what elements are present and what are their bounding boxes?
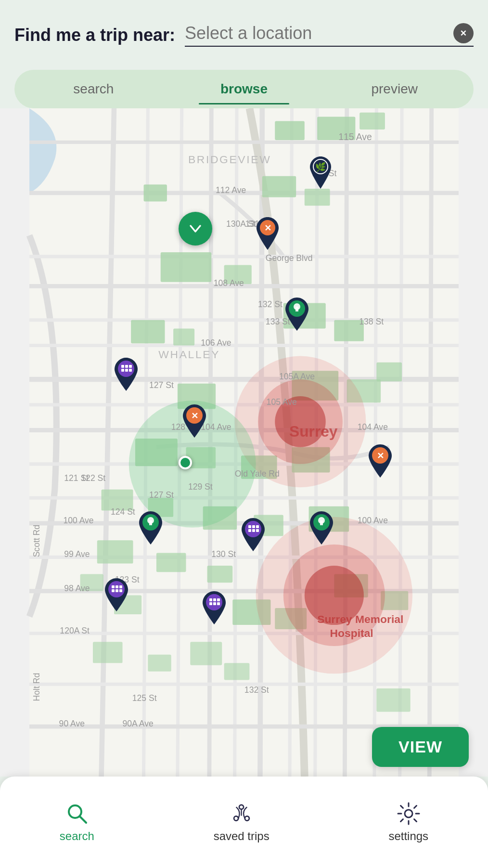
svg-rect-139 — [248, 529, 251, 532]
svg-rect-135 — [149, 520, 152, 525]
nav-item-search[interactable]: search — [45, 794, 109, 850]
svg-line-11 — [400, 108, 402, 777]
svg-text:130 St: 130 St — [211, 549, 236, 559]
svg-text:BRIDGEVIEW: BRIDGEVIEW — [188, 153, 271, 166]
svg-text:99 Ave: 99 Ave — [64, 549, 90, 559]
svg-text:100 Ave: 100 Ave — [63, 516, 93, 525]
svg-text:Surrey: Surrey — [289, 423, 338, 440]
marker-nature-3[interactable] — [137, 509, 165, 548]
svg-rect-154 — [119, 589, 122, 592]
svg-rect-34 — [262, 176, 296, 197]
svg-text:132 St: 132 St — [244, 685, 269, 695]
svg-rect-160 — [217, 598, 220, 601]
location-input-wrapper: × — [185, 23, 474, 47]
saved-trips-icon — [230, 802, 254, 826]
svg-rect-33 — [144, 184, 167, 201]
map-background: 115 Ave 112 Ave 108 Ave 106 Ave 105A Ave… — [0, 108, 488, 777]
svg-text:🌿: 🌿 — [315, 162, 326, 172]
svg-text:104 Ave: 104 Ave — [358, 422, 388, 432]
svg-text:98 Ave: 98 Ave — [64, 583, 90, 593]
svg-text:✕: ✕ — [264, 223, 271, 233]
page-title: Find me a trip near: — [14, 25, 175, 45]
svg-rect-140 — [252, 529, 255, 532]
nav-item-settings[interactable]: settings — [374, 794, 443, 850]
svg-text:WHALLEY: WHALLEY — [158, 348, 220, 361]
marker-food-2[interactable]: ✕ — [180, 402, 208, 441]
marker-venue-4[interactable] — [200, 589, 228, 628]
svg-text:115 Ave: 115 Ave — [338, 131, 372, 142]
svg-point-167 — [405, 810, 412, 817]
map-container[interactable]: 115 Ave 112 Ave 108 Ave 106 Ave 105A Ave… — [0, 108, 488, 777]
marker-food-3[interactable]: ✕ — [366, 442, 394, 481]
svg-text:108 Ave: 108 Ave — [214, 278, 244, 288]
location-input[interactable] — [185, 23, 453, 43]
marker-current-location[interactable] — [179, 456, 192, 469]
nav-label-saved-trips: saved trips — [214, 829, 270, 843]
svg-rect-66 — [190, 642, 222, 665]
svg-text:Surrey Memorial: Surrey Memorial — [317, 613, 403, 625]
clear-button[interactable]: × — [453, 23, 474, 43]
marker-nature-4[interactable] — [308, 509, 335, 548]
marker-venue-2[interactable] — [239, 516, 267, 555]
tab-search[interactable]: search — [18, 74, 169, 104]
svg-rect-150 — [116, 585, 118, 588]
svg-rect-142 — [256, 529, 259, 532]
tab-browse[interactable]: browse — [169, 74, 320, 104]
svg-text:129 St: 129 St — [188, 482, 213, 492]
svg-rect-68 — [376, 688, 410, 712]
svg-text:✕: ✕ — [376, 451, 384, 461]
svg-rect-158 — [209, 602, 212, 605]
marker-venue-1[interactable] — [112, 356, 140, 394]
svg-text:90A Ave: 90A Ave — [123, 719, 154, 728]
svg-line-12 — [429, 108, 431, 777]
svg-rect-30 — [275, 121, 305, 140]
svg-rect-126 — [129, 365, 132, 368]
svg-rect-124 — [121, 369, 124, 372]
svg-rect-137 — [248, 525, 251, 528]
svg-text:127 St: 127 St — [149, 380, 174, 390]
svg-text:100 Ave: 100 Ave — [358, 516, 388, 525]
nav-label-settings: settings — [388, 829, 428, 843]
bottom-navigation: search saved trips settings — [0, 777, 488, 868]
svg-text:105A Ave: 105A Ave — [279, 372, 315, 381]
svg-text:90 Ave: 90 Ave — [59, 719, 85, 728]
marker-nature-2[interactable] — [283, 296, 311, 334]
svg-rect-55 — [97, 540, 133, 563]
svg-line-163 — [80, 816, 86, 823]
svg-rect-123 — [125, 365, 128, 368]
svg-rect-159 — [213, 602, 216, 605]
marker-food-1[interactable]: ✕ — [254, 215, 282, 253]
svg-text:132 St: 132 St — [258, 299, 283, 309]
search-icon — [65, 802, 89, 826]
nav-item-saved-trips[interactable]: saved trips — [199, 794, 284, 850]
svg-rect-45 — [376, 363, 402, 382]
header: Find me a trip near: × — [0, 0, 488, 70]
svg-rect-151 — [112, 589, 115, 592]
svg-text:127 St: 127 St — [149, 490, 174, 500]
svg-rect-56 — [156, 553, 186, 572]
svg-rect-125 — [125, 369, 128, 372]
nav-label-search: search — [60, 829, 94, 843]
svg-rect-122 — [121, 365, 124, 368]
svg-rect-38 — [131, 320, 165, 343]
svg-rect-32 — [360, 113, 385, 130]
svg-text:Hospital: Hospital — [330, 627, 373, 639]
svg-rect-39 — [173, 328, 194, 345]
svg-rect-65 — [148, 655, 171, 672]
svg-rect-161 — [217, 602, 220, 605]
svg-rect-57 — [207, 566, 232, 583]
marker-dropdown[interactable] — [179, 212, 212, 246]
svg-text:Old Yale Rd: Old Yale Rd — [235, 469, 280, 479]
svg-rect-149 — [112, 585, 115, 588]
svg-rect-157 — [213, 598, 216, 601]
svg-point-166 — [239, 805, 244, 809]
marker-nature-1[interactable]: 🌿 — [308, 155, 334, 192]
svg-text:112 Ave: 112 Ave — [216, 185, 246, 195]
marker-venue-3[interactable] — [103, 576, 130, 615]
svg-rect-36 — [161, 252, 212, 282]
view-button[interactable]: VIEW — [372, 727, 469, 767]
settings-icon — [397, 802, 421, 826]
svg-text:✕: ✕ — [191, 411, 198, 421]
svg-rect-127 — [129, 369, 132, 372]
tab-preview[interactable]: preview — [319, 74, 470, 104]
